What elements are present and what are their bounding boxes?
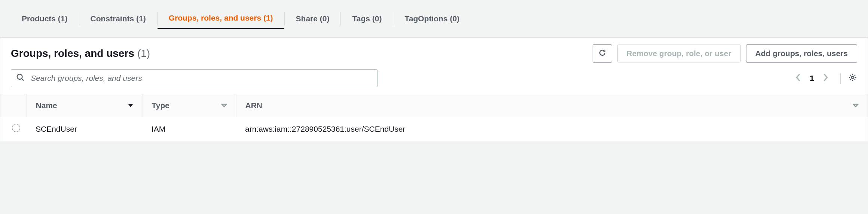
sort-desc-icon	[128, 103, 134, 108]
tab-tagoptions[interactable]: TagOptions (0)	[393, 9, 471, 29]
chevron-left-icon	[795, 73, 801, 84]
table-row[interactable]: SCEndUser IAM arn:aws:iam::272890525361:…	[0, 117, 868, 141]
next-page-button[interactable]	[822, 73, 828, 84]
row-select-cell	[0, 117, 27, 141]
column-header-name[interactable]: Name	[27, 94, 143, 117]
tab-share[interactable]: Share (0)	[285, 9, 341, 29]
svg-point-1	[852, 76, 854, 79]
refresh-button[interactable]	[593, 45, 612, 62]
cell-type: IAM	[143, 117, 236, 141]
sort-icon	[221, 103, 227, 108]
select-column-header	[0, 94, 27, 117]
gear-icon	[848, 73, 857, 84]
panel-title-count: (1)	[137, 48, 150, 59]
panel-actions: Remove group, role, or user Add groups, …	[593, 45, 857, 62]
tab-constraints[interactable]: Constraints (1)	[79, 9, 157, 29]
search-wrap	[11, 69, 378, 87]
toolbar: 1	[0, 69, 868, 94]
tab-products[interactable]: Products (1)	[10, 9, 79, 29]
column-header-type[interactable]: Type	[143, 94, 236, 117]
panel-header: Groups, roles, and users (1) Remove grou…	[0, 38, 868, 69]
column-header-label: Type	[152, 101, 169, 110]
refresh-icon	[598, 49, 606, 59]
settings-button[interactable]	[840, 73, 857, 84]
row-radio[interactable]	[12, 124, 20, 132]
panel-title: Groups, roles, and users (1)	[11, 48, 150, 59]
pagination: 1	[795, 73, 857, 84]
search-icon	[16, 73, 24, 83]
tabs-bar: Products (1) Constraints (1) Groups, rol…	[0, 0, 868, 37]
search-input[interactable]	[11, 69, 378, 87]
cell-name: SCEndUser	[27, 117, 143, 141]
tab-tags[interactable]: Tags (0)	[341, 9, 393, 29]
add-button[interactable]: Add groups, roles, users	[746, 45, 857, 62]
cell-arn: arn:aws:iam::272890525361:user/SCEndUser	[236, 117, 868, 141]
prev-page-button[interactable]	[795, 73, 801, 84]
column-header-arn[interactable]: ARN	[236, 94, 868, 117]
principals-table: Name Type ARN	[0, 94, 868, 141]
panel-groups-roles-users: Groups, roles, and users (1) Remove grou…	[0, 37, 868, 141]
chevron-right-icon	[822, 73, 828, 84]
page-number: 1	[810, 74, 814, 83]
column-header-label: ARN	[245, 101, 263, 110]
tab-groups-roles-users[interactable]: Groups, roles, and users (1)	[158, 9, 284, 29]
sort-icon	[853, 103, 859, 108]
panel-title-text: Groups, roles, and users	[11, 48, 134, 59]
column-header-label: Name	[36, 101, 57, 110]
svg-point-0	[17, 74, 22, 79]
remove-button[interactable]: Remove group, role, or user	[617, 45, 741, 62]
